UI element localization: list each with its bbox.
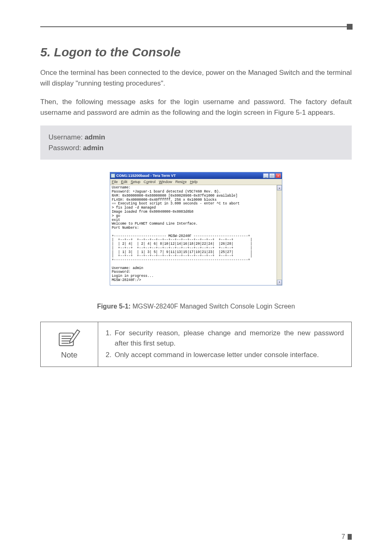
figure-caption: Figure 5-1: MGSW-28240F Managed Switch C… — [40, 303, 352, 310]
username-value: admin — [85, 133, 105, 141]
scroll-up-icon[interactable]: ▴ — [277, 185, 282, 190]
username-label: Username: — [48, 133, 85, 141]
note-left-cell: Note — [41, 322, 98, 367]
note-right-cell: 1. For security reason, please change an… — [98, 322, 351, 367]
note-text-2: Only accept command in lowercase letter … — [115, 350, 344, 360]
credentials-username-line: Username: admin — [48, 132, 344, 143]
menu-help[interactable]: Help — [190, 180, 198, 184]
terminal-text: Username: Password: +Jaguar-1 board dete… — [112, 186, 252, 282]
terminal-body: Username: Password: +Jaguar-1 board dete… — [110, 185, 282, 285]
header-rule — [40, 26, 352, 27]
credentials-password-line: Password: admin — [48, 143, 344, 153]
terminal-window: COM1:115200baud - Tera Term VT _ □ × Fil… — [110, 172, 282, 285]
password-value: admin — [83, 144, 104, 152]
maximize-button[interactable]: □ — [269, 173, 275, 178]
menu-edit[interactable]: Edit — [121, 180, 128, 184]
menu-bar: File Edit Setup Control Window Resize He… — [110, 179, 282, 185]
paragraph-2: Then, the following message asks for the… — [40, 97, 352, 118]
scrollbar[interactable]: ▴ ▾ — [277, 185, 282, 285]
menu-control[interactable]: Control — [144, 180, 156, 184]
note-label: Note — [61, 350, 77, 360]
note-text-1: For security reason, please change and m… — [115, 328, 344, 349]
page-number: 7 — [341, 533, 352, 541]
page-number-value: 7 — [341, 533, 345, 541]
menu-setup[interactable]: Setup — [131, 180, 141, 184]
page-mark-icon — [348, 534, 352, 540]
menu-window[interactable]: Window — [159, 180, 172, 184]
titlebar-left: COM1:115200baud - Tera Term VT — [111, 174, 176, 178]
note-item-1: 1. For security reason, please change an… — [106, 328, 344, 349]
password-label: Password: — [48, 144, 83, 152]
window-title: COM1:115200baud - Tera Term VT — [116, 174, 176, 178]
section-title: 5. Logon to the Console — [40, 45, 352, 59]
close-button[interactable]: × — [275, 173, 281, 178]
menu-file[interactable]: File — [112, 180, 118, 184]
window-buttons: _ □ × — [263, 173, 281, 178]
credentials-box: Username: admin Password: admin — [40, 125, 352, 160]
page-content: 5. Logon to the Console Once the termina… — [0, 0, 392, 367]
app-icon — [111, 174, 115, 178]
note-item-2: 2. Only accept command in lowercase lett… — [106, 350, 344, 360]
note-num-1: 1. — [106, 328, 115, 349]
minimize-button[interactable]: _ — [263, 173, 269, 178]
menu-resize[interactable]: Resize — [175, 180, 187, 184]
terminal-titlebar: COM1:115200baud - Tera Term VT _ □ × — [110, 172, 282, 179]
caption-label: Figure 5-1: — [97, 303, 131, 310]
caption-text: MGSW-28240F Managed Switch Console Login… — [131, 303, 295, 310]
paragraph-1: Once the terminal has been connected to … — [40, 67, 352, 89]
scroll-down-icon[interactable]: ▾ — [277, 280, 282, 285]
note-icon — [57, 329, 82, 349]
note-num-2: 2. — [106, 350, 115, 360]
note-box: Note 1. For security reason, please chan… — [40, 322, 352, 367]
figure-container: COM1:115200baud - Tera Term VT _ □ × Fil… — [40, 172, 352, 285]
